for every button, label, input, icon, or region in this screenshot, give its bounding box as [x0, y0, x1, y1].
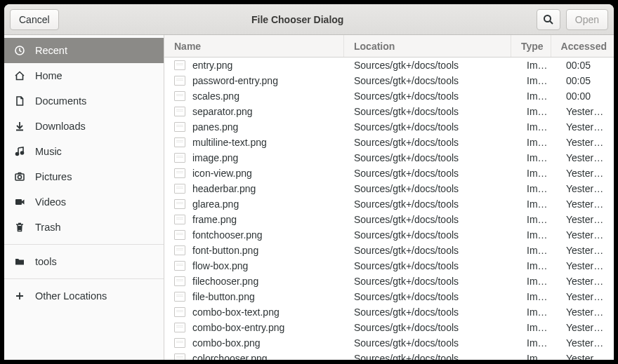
pictures-icon — [14, 171, 25, 182]
file-name: multiline-text.png — [192, 137, 267, 148]
sidebar-item-label: Home — [35, 70, 63, 81]
sidebar-item-home[interactable]: Home — [4, 63, 164, 88]
column-header-accessed[interactable]: Accessed — [551, 35, 614, 57]
file-accessed: Yesterday — [556, 183, 614, 194]
file-type: Image — [517, 214, 556, 225]
file-row[interactable]: headerbar.pngSources/gtk+/docs/toolsImag… — [164, 181, 614, 196]
file-row[interactable]: font-button.pngSources/gtk+/docs/toolsIm… — [164, 243, 614, 258]
file-name: font-button.png — [192, 245, 258, 256]
file-location: Sources/gtk+/docs/tools — [344, 137, 517, 148]
sidebar-item-other-locations[interactable]: Other Locations — [4, 283, 164, 309]
file-row[interactable]: image.pngSources/gtk+/docs/toolsImageYes… — [164, 150, 614, 166]
file-type: Image — [517, 75, 556, 86]
image-file-icon — [174, 199, 185, 209]
plus-icon — [14, 290, 25, 302]
image-file-icon — [174, 353, 185, 360]
file-type: Image — [517, 276, 556, 287]
file-row[interactable]: scales.pngSources/gtk+/docs/toolsImage00… — [164, 88, 614, 104]
videos-icon — [14, 196, 25, 208]
file-row[interactable]: fontchooser.pngSources/gtk+/docs/toolsIm… — [164, 227, 614, 243]
open-button[interactable]: Open — [566, 9, 608, 30]
file-type: Image — [517, 337, 556, 349]
file-location: Sources/gtk+/docs/tools — [344, 198, 517, 210]
window-title: File Chooser Dialog — [65, 14, 531, 25]
file-name: image.png — [192, 152, 238, 163]
sidebar-item-pictures[interactable]: Pictures — [4, 164, 164, 189]
sidebar-item-music[interactable]: Music — [4, 139, 164, 164]
sidebar-item-tools[interactable]: tools — [4, 249, 164, 274]
image-file-icon — [174, 107, 185, 116]
file-accessed: Yesterday — [556, 260, 614, 271]
file-row[interactable]: combo-box.pngSources/gtk+/docs/toolsImag… — [164, 335, 614, 351]
file-location: Sources/gtk+/docs/tools — [344, 121, 517, 133]
file-name: combo-box.png — [192, 337, 261, 349]
file-row[interactable]: flow-box.pngSources/gtk+/docs/toolsImage… — [164, 258, 614, 274]
dialog-body: Recent Home Documents — [4, 35, 614, 360]
sidebar-item-documents[interactable]: Documents — [4, 88, 164, 114]
column-headers: Name Location Type Accessed — [164, 35, 614, 58]
file-row[interactable]: combo-box-text.pngSources/gtk+/docs/tool… — [164, 304, 614, 320]
file-location: Sources/gtk+/docs/tools — [344, 229, 517, 241]
file-type: Image — [517, 198, 556, 210]
file-location: Sources/gtk+/docs/tools — [344, 152, 517, 163]
file-row[interactable]: combo-box-entry.pngSources/gtk+/docs/too… — [164, 320, 614, 335]
sidebar-item-label: Downloads — [35, 121, 86, 132]
sidebar-item-downloads[interactable]: Downloads — [4, 114, 164, 139]
file-type: Image — [517, 260, 556, 271]
sidebar-item-recent[interactable]: Recent — [4, 38, 164, 63]
sidebar-item-label: Documents — [35, 95, 86, 107]
file-accessed: Yesterday — [556, 245, 614, 256]
cancel-button[interactable]: Cancel — [10, 9, 59, 30]
file-row[interactable]: colorchooser.pngSources/gtk+/docs/toolsI… — [164, 351, 614, 360]
file-name: separator.png — [192, 106, 253, 117]
file-accessed: 00:05 — [556, 75, 614, 86]
file-location: Sources/gtk+/docs/tools — [344, 276, 517, 287]
column-header-name[interactable]: Name — [164, 35, 344, 57]
file-row[interactable]: glarea.pngSources/gtk+/docs/toolsImageYe… — [164, 196, 614, 212]
file-row[interactable]: filechooser.pngSources/gtk+/docs/toolsIm… — [164, 274, 614, 289]
file-accessed: Yesterday — [556, 121, 614, 133]
svg-point-6 — [18, 175, 22, 179]
sidebar-separator — [4, 278, 164, 279]
image-file-icon — [174, 184, 185, 194]
file-location: Sources/gtk+/docs/tools — [344, 214, 517, 225]
svg-line-1 — [550, 21, 553, 24]
sidebar-item-trash[interactable]: Trash — [4, 215, 164, 240]
image-file-icon — [174, 307, 185, 317]
file-accessed: Yesterday — [556, 322, 614, 333]
file-row[interactable]: icon-view.pngSources/gtk+/docs/toolsImag… — [164, 166, 614, 181]
file-accessed: Yesterday — [556, 353, 614, 360]
sidebar-item-label: Music — [35, 146, 62, 157]
file-accessed: Yesterday — [556, 106, 614, 117]
file-location: Sources/gtk+/docs/tools — [344, 322, 517, 333]
file-row[interactable]: entry.pngSources/gtk+/docs/toolsImage00:… — [164, 58, 614, 73]
file-accessed: 00:05 — [556, 60, 614, 71]
file-accessed: Yesterday — [556, 337, 614, 349]
sidebar-item-label: Videos — [35, 196, 66, 208]
image-file-icon — [174, 122, 185, 132]
svg-rect-7 — [15, 199, 22, 205]
file-type: Image — [517, 60, 556, 71]
sidebar-item-videos[interactable]: Videos — [4, 189, 164, 215]
image-file-icon — [174, 153, 185, 163]
file-name: password-entry.png — [192, 75, 278, 86]
image-file-icon — [174, 323, 185, 332]
file-accessed: Yesterday — [556, 276, 614, 287]
column-header-location[interactable]: Location — [344, 35, 511, 57]
file-row[interactable]: panes.pngSources/gtk+/docs/toolsImageYes… — [164, 119, 614, 135]
file-row[interactable]: file-button.pngSources/gtk+/docs/toolsIm… — [164, 289, 614, 304]
file-row[interactable]: frame.pngSources/gtk+/docs/toolsImageYes… — [164, 212, 614, 227]
file-row[interactable]: password-entry.pngSources/gtk+/docs/tool… — [164, 73, 614, 88]
file-row[interactable]: separator.pngSources/gtk+/docs/toolsImag… — [164, 104, 614, 119]
file-location: Sources/gtk+/docs/tools — [344, 337, 517, 349]
recent-icon — [14, 45, 25, 56]
file-row[interactable]: multiline-text.pngSources/gtk+/docs/tool… — [164, 135, 614, 150]
file-rows[interactable]: entry.pngSources/gtk+/docs/toolsImage00:… — [164, 58, 614, 360]
file-name: panes.png — [192, 121, 238, 133]
file-type: Image — [517, 106, 556, 117]
column-header-type[interactable]: Type — [511, 35, 551, 57]
documents-icon — [14, 95, 25, 107]
file-accessed: Yesterday — [556, 137, 614, 148]
search-button[interactable] — [537, 9, 560, 30]
file-accessed: Yesterday — [556, 214, 614, 225]
